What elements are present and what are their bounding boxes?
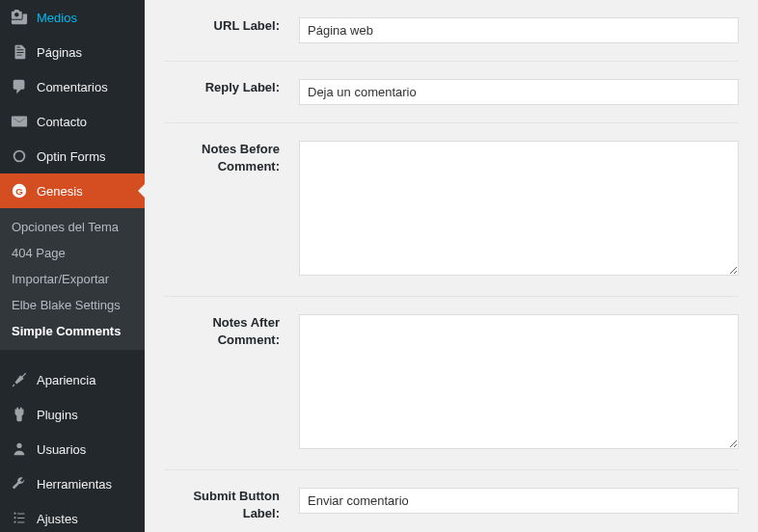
field-notes-before: Notes Before Comment: [164,123,739,297]
sidebar-item-label: Contacto [37,115,87,129]
submenu-item-elbeblake[interactable]: Elbe Blake Settings [0,292,145,318]
sidebar-item-apariencia[interactable]: Apariencia [0,362,145,397]
submenu-item-simplecomments[interactable]: Simple Comments [0,318,145,344]
users-icon [10,439,29,459]
sidebar-item-label: Optin Forms [37,149,106,164]
input-reply-label[interactable] [299,79,739,105]
svg-text:G: G [15,186,23,197]
comment-icon [10,77,29,96]
textarea-notes-before[interactable] [299,141,739,276]
input-submit-label[interactable] [299,488,739,514]
submenu-item-importar[interactable]: Importar/Exportar [0,266,145,292]
genesis-icon: G [10,181,29,200]
label-submit: Submit Button Label: [164,488,299,522]
admin-sidebar: Medios Páginas Comentarios Contacto Opti… [0,0,145,532]
sidebar-item-ajustes[interactable]: Ajustes [0,501,145,532]
sidebar-item-label: Usuarios [37,442,86,457]
page-icon [10,42,29,62]
field-reply-label: Reply Label: [164,62,739,123]
settings-icon [10,509,29,528]
plugin-icon [10,405,29,424]
mail-icon [10,112,29,131]
svg-point-0 [14,151,25,162]
sidebar-item-contacto[interactable]: Contacto [0,104,145,139]
sidebar-item-genesis[interactable]: G Genesis [0,173,145,208]
field-submit-label: Submit Button Label: [164,470,739,532]
textarea-notes-after[interactable] [299,314,739,449]
sidebar-item-label: Páginas [37,45,82,60]
label-reply: Reply Label: [164,79,299,105]
circle-icon [10,146,29,166]
sidebar-item-paginas[interactable]: Páginas [0,35,145,69]
brush-icon [10,370,29,389]
sidebar-item-label: Herramientas [37,477,112,492]
submenu-item-opciones[interactable]: Opciones del Tema [0,214,145,240]
sidebar-item-label: Apariencia [37,373,95,387]
label-notes-after: Notes After Comment: [164,314,299,452]
media-icon [10,8,29,27]
sidebar-item-plugins[interactable]: Plugins [0,397,145,432]
sidebar-item-herramientas[interactable]: Herramientas [0,466,145,501]
sidebar-item-medios[interactable]: Medios [0,0,145,35]
sidebar-item-optinforms[interactable]: Optin Forms [0,139,145,173]
tools-icon [10,474,29,493]
sidebar-item-label: Genesis [37,184,83,199]
label-url: URL Label: [164,17,299,43]
sidebar-item-comentarios[interactable]: Comentarios [0,69,145,104]
sidebar-item-label: Plugins [37,408,78,422]
sidebar-item-label: Comentarios [37,80,108,94]
input-url-label[interactable] [299,17,739,43]
sidebar-item-label: Medios [37,11,77,25]
field-notes-after: Notes After Comment: [164,297,739,470]
label-notes-before: Notes Before Comment: [164,141,299,279]
field-url-label: URL Label: [164,0,739,62]
sidebar-submenu: Opciones del Tema 404 Page Importar/Expo… [0,208,145,350]
sidebar-item-usuarios[interactable]: Usuarios [0,432,145,466]
submenu-item-404[interactable]: 404 Page [0,240,145,266]
main-content: URL Label: Reply Label: Notes Before Com… [145,0,758,532]
sidebar-item-label: Ajustes [37,512,78,526]
